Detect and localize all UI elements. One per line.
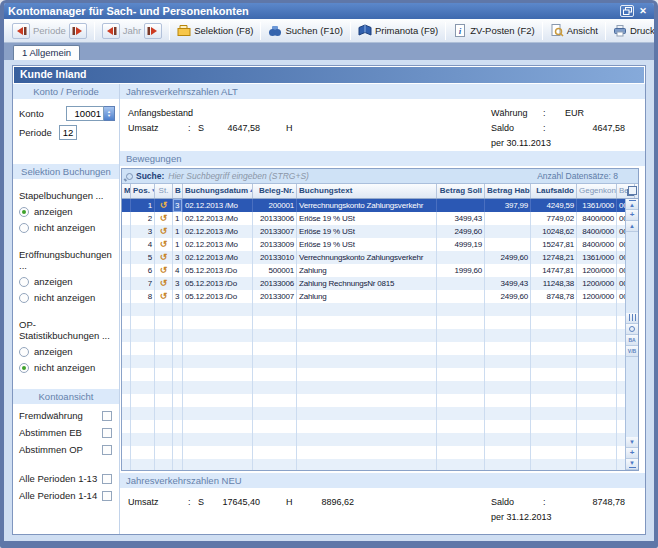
radio-label: nicht anzeigen: [34, 222, 95, 233]
scrollbar-columns-button[interactable]: [626, 313, 638, 324]
column-header-text[interactable]: Buchungstext: [297, 184, 437, 198]
table-row-empty[interactable]: ↺: [122, 407, 638, 420]
table-row[interactable]: 8 ↺ 3 05.12.2013 /Do 20133007 Zahlung 24…: [122, 290, 638, 303]
waehrung-label: Währung: [491, 106, 543, 121]
cell-buchungsdatum: 05.12.2013 /Do: [183, 290, 253, 303]
cell-laufsaldo: [531, 420, 577, 433]
toolbar: Periode Jahr Selektion (F8) Suchen (F10): [4, 19, 654, 43]
scroll-plus-down-button[interactable]: +: [626, 448, 638, 459]
column-header-haben[interactable]: Betrag Haben: [485, 184, 531, 198]
periode-label: Periode: [33, 25, 66, 36]
table-row-empty[interactable]: ↺: [122, 394, 638, 407]
selektion-button[interactable]: Selektion (F8): [173, 22, 257, 39]
scrollbar-vb-button[interactable]: V/B: [626, 346, 638, 357]
down-arrow-icon: ▼: [629, 460, 635, 466]
column-header-gegenkonto[interactable]: Gegenkonto: [577, 184, 617, 198]
table-row[interactable]: 1 ↺ 3 02.12.2013 /Mo 200001 Verrechnungs…: [122, 199, 638, 212]
table-row-empty[interactable]: ↺: [122, 329, 638, 342]
toolbar-separator: [94, 22, 95, 40]
prev-arrow-icon: [105, 26, 117, 36]
cell-pos: 5: [131, 251, 155, 264]
table-row-empty[interactable]: ↺: [122, 303, 638, 316]
column-header-pos[interactable]: Pos.▼: [131, 184, 155, 198]
column-header-soll[interactable]: Betrag Soll: [437, 184, 485, 198]
column-header-b[interactable]: B: [173, 184, 183, 198]
periode-prev-button[interactable]: [12, 23, 30, 39]
periode-next-button[interactable]: [69, 23, 87, 39]
radio-stapel-nicht-anzeigen[interactable]: nicht anzeigen: [13, 222, 119, 233]
checkbox-alle-perioden-14[interactable]: Alle Perioden 1-14: [13, 490, 119, 501]
table-row-empty[interactable]: ↺: [122, 381, 638, 394]
radio-eroeffnung-nicht-anzeigen[interactable]: nicht anzeigen: [13, 292, 119, 303]
konto-spinner[interactable]: ▲▼: [104, 106, 115, 121]
radio-op-nicht-anzeigen[interactable]: nicht anzeigen: [13, 362, 119, 373]
column-header-datum[interactable]: Buchungsdatum▲: [183, 184, 253, 198]
scrollbar-ba-button[interactable]: BA: [626, 335, 638, 346]
table-row-empty[interactable]: ↺: [122, 355, 638, 368]
scroll-last-row-button[interactable]: ▼: [626, 459, 638, 470]
close-window-button[interactable]: ✕: [636, 5, 650, 17]
search-input[interactable]: [168, 171, 531, 181]
primanota-button[interactable]: Primanota (F9): [354, 22, 442, 39]
table-row[interactable]: 4 ↺ 1 02.12.2013 /Mo 20133009 Erlöse 19 …: [122, 238, 638, 251]
checkbox-alle-perioden-13[interactable]: Alle Perioden 1-13: [13, 473, 119, 484]
column-header-beleg[interactable]: Beleg-Nr.: [253, 184, 297, 198]
radio-op-anzeigen[interactable]: anzeigen: [13, 346, 119, 357]
scroll-first-row-button[interactable]: ▲: [626, 199, 638, 210]
kontoansicht-header: Kontoansicht: [13, 389, 119, 404]
konto-input[interactable]: [66, 106, 104, 121]
table-row[interactable]: 2 ↺ 1 02.12.2013 /Mo 20133006 Erlöse 19 …: [122, 212, 638, 225]
table-row[interactable]: 7 ↺ 3 05.12.2013 /Do 20133006 Zahlung Re…: [122, 277, 638, 290]
checkbox-fremdwaehrung[interactable]: Fremdwährung: [13, 410, 119, 421]
table-row[interactable]: 5 ↺ 3 02.12.2013 /Mo 20133010 Verrechnun…: [122, 251, 638, 264]
tab-allgemein[interactable]: 1 Allgemein: [13, 45, 80, 60]
table-row-empty[interactable]: ↺: [122, 342, 638, 355]
cell-pos: [131, 303, 155, 316]
table-row-empty[interactable]: ↺: [122, 420, 638, 433]
restore-window-button[interactable]: [620, 5, 634, 17]
column-header-st[interactable]: St.: [155, 184, 173, 198]
table-row-empty[interactable]: ↺: [122, 446, 638, 459]
bar-icon: [629, 467, 636, 468]
drucken-button[interactable]: Drucken: [609, 22, 658, 39]
jahr-next-button[interactable]: [144, 23, 162, 39]
periode-input[interactable]: [59, 125, 77, 140]
column-chooser-icon[interactable]: [628, 186, 637, 195]
ansicht-button[interactable]: Ansicht: [546, 22, 602, 39]
radio-eroeffnung-anzeigen[interactable]: anzeigen: [13, 276, 119, 287]
cell-beleg-nr: [253, 394, 297, 407]
checkbox-abstimmen-op[interactable]: Abstimmen OP: [13, 444, 119, 455]
cell-laufsaldo: [531, 433, 577, 446]
colon: :: [188, 106, 198, 121]
table-row[interactable]: 6 ↺ 4 05.12.2013 /Do 500001 Zahlung 1999…: [122, 264, 638, 277]
scroll-down-button[interactable]: ▼: [626, 437, 638, 448]
table-row[interactable]: 3 ↺ 1 02.12.2013 /Mo 20133007 Erlöse 19 …: [122, 225, 638, 238]
table-row-empty[interactable]: ↺: [122, 433, 638, 446]
cell-gegenkonto: [577, 433, 617, 446]
column-header-laufsaldo[interactable]: Laufsaldo: [531, 184, 577, 198]
cell-betrag-soll: [437, 316, 485, 329]
column-header-m[interactable]: M: [122, 184, 131, 198]
checkbox-indicator: [102, 445, 112, 455]
per-date-neu: per 31.12.2013: [491, 510, 552, 525]
cell-b: [173, 368, 183, 381]
scroll-up-button[interactable]: ▲: [626, 221, 638, 232]
scroll-plus-up-button[interactable]: +: [626, 210, 638, 221]
suchen-button[interactable]: Suchen (F10): [264, 22, 347, 39]
radio-stapel-anzeigen[interactable]: anzeigen: [13, 206, 119, 217]
table-row-empty[interactable]: ↺: [122, 459, 638, 470]
umsatz-alt-label: Umsatz: [128, 121, 188, 136]
checkbox-abstimmen-eb[interactable]: Abstimmen EB: [13, 427, 119, 438]
periode-row: Periode: [13, 125, 119, 140]
table-row-empty[interactable]: ↺: [122, 368, 638, 381]
cell-b: 3: [173, 199, 183, 212]
radio-label: nicht anzeigen: [34, 292, 95, 303]
zv-posten-button[interactable]: i ZV-Posten (F2): [449, 22, 538, 39]
jahr-prev-button[interactable]: [102, 23, 120, 39]
cell-st: ↺: [155, 446, 173, 459]
table-row-empty[interactable]: ↺: [122, 316, 638, 329]
batch-booking-icon: ↺: [160, 239, 167, 249]
cell-m: [122, 433, 131, 446]
cell-betrag-soll: [437, 381, 485, 394]
scrollbar-search-button[interactable]: [626, 324, 638, 335]
